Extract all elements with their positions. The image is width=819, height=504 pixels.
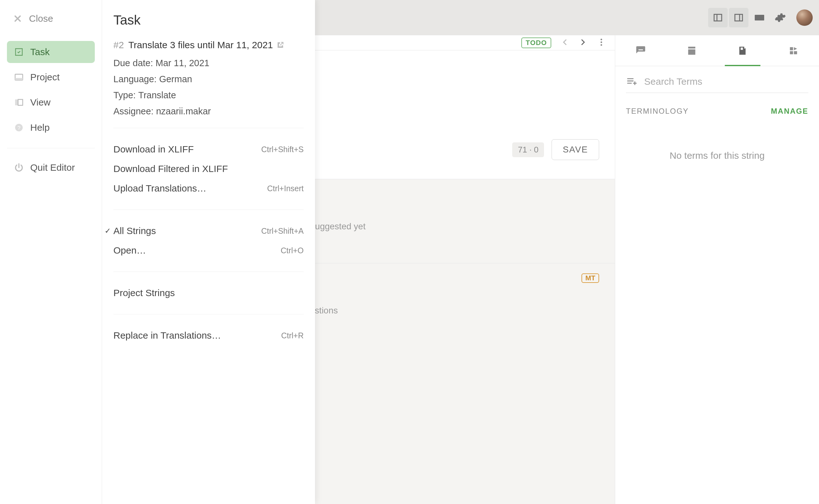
- help-icon: ?: [14, 123, 24, 133]
- task-header[interactable]: #2 Translate 3 files until Mar 11, 2021: [113, 40, 304, 50]
- count-badge: 71 · 0: [512, 142, 544, 157]
- svg-rect-5: [15, 78, 23, 80]
- svg-point-0: [601, 38, 602, 40]
- sub-divider: [113, 314, 304, 314]
- meta-assignee: Assignee: nzaarii.makar: [113, 106, 304, 117]
- action-project-strings[interactable]: Project Strings: [113, 283, 304, 303]
- submenu-title: Task: [113, 13, 304, 28]
- svg-text:?: ?: [17, 125, 20, 131]
- view-icon: [14, 97, 24, 107]
- forward-arrow-icon[interactable]: [578, 37, 588, 48]
- no-terms-message: No terms for this string: [626, 150, 808, 161]
- action-all-strings[interactable]: ✓ All Strings Ctrl+Shift+A: [113, 221, 304, 241]
- add-term-icon[interactable]: [626, 76, 637, 88]
- project-icon: [14, 72, 24, 82]
- power-icon: [14, 163, 24, 173]
- nav-item-help[interactable]: ? Help: [7, 117, 95, 139]
- terms-search-row: [626, 76, 808, 93]
- external-link-icon[interactable]: [276, 41, 284, 49]
- task-name: Translate 3 files until Mar 11, 2021: [128, 40, 273, 50]
- nav-item-task[interactable]: Task: [7, 41, 95, 63]
- svg-rect-7: [18, 100, 23, 106]
- action-download-xliff[interactable]: Download in XLIFF Ctrl+Shift+S: [113, 140, 304, 159]
- panel-left-icon[interactable]: [708, 8, 728, 27]
- search-input[interactable]: [644, 76, 808, 87]
- action-replace-in-translations[interactable]: Replace in Translations… Ctrl+R: [113, 326, 304, 345]
- action-open[interactable]: Open… Ctrl+O: [113, 241, 304, 260]
- action-download-filtered-xliff[interactable]: Download Filtered in XLIFF: [113, 159, 304, 179]
- tab-translation-memory[interactable]: [666, 35, 717, 66]
- avatar[interactable]: [796, 9, 813, 26]
- close-label: Close: [29, 13, 53, 24]
- manage-link[interactable]: MANAGE: [771, 107, 808, 116]
- task-number: #2: [113, 40, 124, 50]
- flyout-nav: Close Task Project View ? Help Quit Edi: [0, 0, 102, 504]
- save-button[interactable]: SAVE: [552, 139, 599, 160]
- more-vertical-icon[interactable]: [597, 37, 606, 48]
- sub-divider: [113, 128, 304, 128]
- toolbar-icon-group: [708, 8, 813, 27]
- meta-due: Due date: Mar 11, 2021: [113, 58, 304, 68]
- back-arrow-icon[interactable]: [560, 37, 570, 48]
- nav-item-project[interactable]: Project: [7, 66, 95, 88]
- sub-divider: [113, 209, 304, 210]
- meta-lang: Language: German: [113, 74, 304, 84]
- tab-apps[interactable]: [768, 35, 819, 66]
- svg-point-1: [601, 41, 602, 43]
- panel-right-icon[interactable]: [729, 8, 748, 27]
- nav-item-label: Project: [30, 72, 60, 83]
- nav-item-label: Help: [30, 122, 50, 133]
- task-meta: Due date: Mar 11, 2021 Language: German …: [113, 58, 304, 117]
- mt-badge: MT: [581, 273, 599, 283]
- nav-item-label: Task: [30, 47, 50, 57]
- tab-glossary[interactable]: [717, 35, 768, 66]
- nav-item-label: View: [30, 97, 50, 108]
- sub-divider: [113, 272, 304, 272]
- task-icon: [14, 47, 24, 57]
- quit-label: Quit Editor: [30, 162, 75, 173]
- nav-divider: [7, 148, 95, 148]
- terminology-header: TERMINOLOGY MANAGE: [626, 107, 808, 116]
- nav-item-view[interactable]: View: [7, 91, 95, 113]
- action-upload-translations[interactable]: Upload Translations… Ctrl+Insert: [113, 179, 304, 198]
- menu-flyout: Close Task Project View ? Help Quit Edi: [0, 0, 315, 504]
- right-body: TERMINOLOGY MANAGE No terms for this str…: [615, 66, 819, 170]
- terminology-label: TERMINOLOGY: [626, 107, 689, 116]
- tab-comments[interactable]: [615, 35, 666, 66]
- close-button[interactable]: Close: [7, 9, 95, 28]
- right-tabs: [615, 35, 819, 66]
- right-sidebar: TERMINOLOGY MANAGE No terms for this str…: [615, 35, 819, 504]
- flyout-submenu: Task #2 Translate 3 files until Mar 11, …: [102, 0, 315, 504]
- check-icon: ✓: [105, 226, 111, 235]
- meta-type: Type: Translate: [113, 90, 304, 100]
- gear-icon[interactable]: [770, 8, 790, 27]
- quit-editor-button[interactable]: Quit Editor: [7, 158, 95, 177]
- svg-rect-3: [741, 48, 743, 50]
- svg-point-2: [601, 44, 602, 46]
- close-icon: [13, 14, 23, 24]
- status-badge: TODO: [521, 37, 551, 48]
- svg-rect-6: [15, 100, 18, 106]
- flyout-nav-items: Task Project View ? Help: [7, 41, 95, 139]
- keyboard-icon[interactable]: [750, 8, 769, 27]
